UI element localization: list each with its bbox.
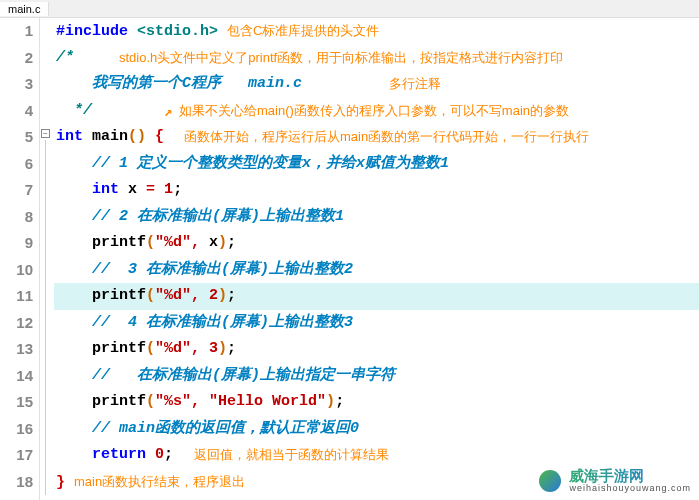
- code-line[interactable]: // 4 在标准输出(屏幕)上输出整数3: [54, 310, 699, 337]
- comma: ,: [191, 340, 200, 357]
- number-literal: 0: [155, 446, 164, 463]
- code-line-current[interactable]: printf("%d", 2);: [54, 283, 699, 310]
- paren: (: [146, 234, 155, 251]
- function-name: main: [92, 128, 128, 145]
- arrow-icon: ↗: [164, 99, 172, 126]
- line-number: 10: [0, 257, 33, 284]
- code-line[interactable]: printf("%s", "Hello World");: [54, 389, 699, 416]
- number-literal: 2: [200, 287, 218, 304]
- semicolon: ;: [173, 181, 182, 198]
- number-literal: 3: [200, 340, 218, 357]
- keyword: return: [92, 446, 146, 463]
- operator: =: [146, 181, 155, 198]
- line-number: 15: [0, 389, 33, 416]
- comment-text: // 1 定义一个整数类型的变量x，并给x赋值为整数1: [92, 155, 449, 172]
- function-call: printf: [92, 234, 146, 251]
- paren: (: [146, 340, 155, 357]
- code-editor[interactable]: 1 2 3 4 5 6 7 8 9 10 11 12 13 14 15 16 1…: [0, 18, 699, 500]
- paren: (: [146, 287, 155, 304]
- code-line[interactable]: 我写的第一个C程序 main.c多行注释: [54, 71, 699, 98]
- code-line[interactable]: // 2 在标准输出(屏幕)上输出整数1: [54, 204, 699, 231]
- line-number: 4: [0, 98, 33, 125]
- line-number: 7: [0, 177, 33, 204]
- code-line[interactable]: */↗如果不关心给main()函数传入的程序入口参数，可以不写main的参数: [54, 98, 699, 125]
- fold-guide-line: [45, 140, 46, 495]
- argument: x: [200, 234, 218, 251]
- header-name: <stdio.h>: [137, 23, 218, 40]
- identifier: x: [128, 181, 137, 198]
- paren: (: [146, 393, 155, 410]
- code-area[interactable]: #include <stdio.h> 包含C标准库提供的头文件 /*stdio.…: [54, 18, 699, 500]
- comment-text: // 在标准输出(屏幕)上输出指定一串字符: [92, 367, 395, 384]
- file-tab[interactable]: main.c: [0, 2, 49, 16]
- code-line[interactable]: // main函数的返回值，默认正常返回0: [54, 416, 699, 443]
- comment-close: */: [74, 102, 92, 119]
- line-number: 3: [0, 71, 33, 98]
- comma: ,: [191, 234, 200, 251]
- parentheses: (): [128, 128, 146, 145]
- code-line[interactable]: printf("%d", x);: [54, 230, 699, 257]
- comment-text: // 4 在标准输出(屏幕)上输出整数3: [92, 314, 353, 331]
- line-number: 2: [0, 45, 33, 72]
- comment-text: // 2 在标准输出(屏幕)上输出整数1: [92, 208, 344, 225]
- annotation-text: 包含C标准库提供的头文件: [227, 23, 379, 38]
- annotation-text: 多行注释: [389, 71, 441, 98]
- code-line[interactable]: int main() {函数体开始，程序运行后从main函数的第一行代码开始，一…: [54, 124, 699, 151]
- code-line[interactable]: /*stdio.h头文件中定义了printf函数，用于向标准输出，按指定格式进行…: [54, 45, 699, 72]
- watermark-domain: weihaishouyouwang.com: [569, 484, 691, 494]
- annotation-text: 返回值，就相当于函数的计算结果: [194, 442, 389, 469]
- string-literal: "%d": [155, 287, 191, 304]
- annotation-text: main函数执行结束，程序退出: [74, 474, 245, 489]
- code-line[interactable]: int x = 1;: [54, 177, 699, 204]
- code-line[interactable]: // 在标准输出(屏幕)上输出指定一串字符: [54, 363, 699, 390]
- line-number: 17: [0, 442, 33, 469]
- semicolon: ;: [164, 446, 173, 463]
- code-line[interactable]: return 0;返回值，就相当于函数的计算结果: [54, 442, 699, 469]
- number-literal: 1: [164, 181, 173, 198]
- tab-bar: main.c: [0, 0, 699, 18]
- watermark-site-name: 威海手游网: [569, 468, 691, 485]
- line-number: 18: [0, 469, 33, 496]
- comment-open: /*: [56, 49, 74, 66]
- comment-text: 我写的第一个C程序 main.c: [92, 75, 302, 92]
- paren: ): [218, 234, 227, 251]
- string-literal: "%d": [155, 340, 191, 357]
- paren: ): [218, 340, 227, 357]
- code-line[interactable]: #include <stdio.h> 包含C标准库提供的头文件: [54, 18, 699, 45]
- annotation-text: 如果不关心给main()函数传入的程序入口参数，可以不写main的参数: [179, 98, 569, 125]
- comma: ,: [191, 287, 200, 304]
- string-literal: "Hello World": [200, 393, 326, 410]
- annotation-text: 函数体开始，程序运行后从main函数的第一行代码开始，一行一行执行: [184, 124, 589, 151]
- paren: ): [326, 393, 335, 410]
- line-number: 11: [0, 283, 33, 310]
- brace-open: {: [155, 128, 164, 145]
- line-number: 16: [0, 416, 33, 443]
- paren: ): [218, 287, 227, 304]
- code-line[interactable]: // 1 定义一个整数类型的变量x，并给x赋值为整数1: [54, 151, 699, 178]
- function-call: printf: [92, 393, 146, 410]
- line-number: 9: [0, 230, 33, 257]
- line-number: 1: [0, 18, 33, 45]
- line-number: 14: [0, 363, 33, 390]
- line-number: 5: [0, 124, 33, 151]
- semicolon: ;: [227, 234, 236, 251]
- comment-text: // main函数的返回值，默认正常返回0: [92, 420, 359, 437]
- brace-close: }: [56, 474, 65, 491]
- comma: ,: [191, 393, 200, 410]
- semicolon: ;: [227, 340, 236, 357]
- string-literal: "%d": [155, 234, 191, 251]
- watermark-text: 威海手游网 weihaishouyouwang.com: [569, 468, 691, 494]
- line-number-gutter: 1 2 3 4 5 6 7 8 9 10 11 12 13 14 15 16 1…: [0, 18, 40, 500]
- line-number: 8: [0, 204, 33, 231]
- function-call: printf: [92, 340, 146, 357]
- fold-column: −: [40, 18, 54, 500]
- code-line[interactable]: printf("%d", 3);: [54, 336, 699, 363]
- fold-toggle-icon[interactable]: −: [41, 129, 50, 138]
- semicolon: ;: [227, 287, 236, 304]
- comment-text: // 3 在标准输出(屏幕)上输出整数2: [92, 261, 353, 278]
- keyword: int: [56, 128, 83, 145]
- preproc-keyword: #include: [56, 23, 128, 40]
- code-line[interactable]: // 3 在标准输出(屏幕)上输出整数2: [54, 257, 699, 284]
- line-number: 6: [0, 151, 33, 178]
- watermark: 威海手游网 weihaishouyouwang.com: [539, 468, 691, 494]
